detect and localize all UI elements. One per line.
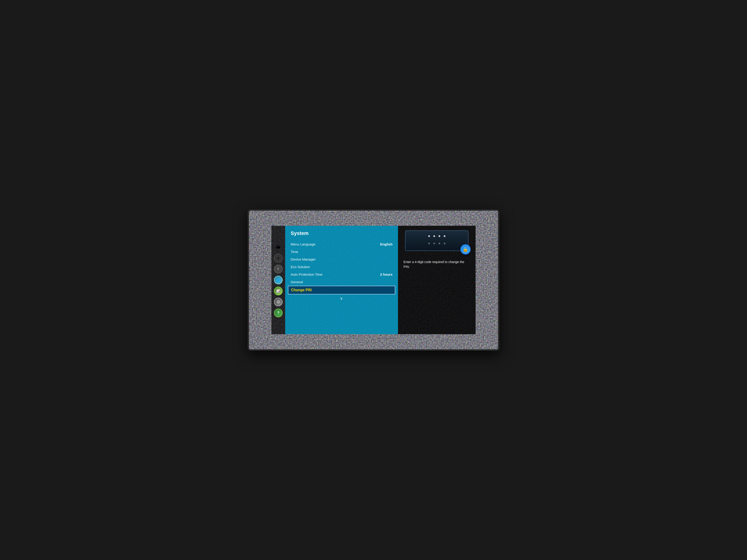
pin-dot-2: * <box>433 235 435 240</box>
menu-item-auto-protection-value: 2 hours <box>380 272 392 276</box>
lock-icon: 🔒 <box>463 247 468 252</box>
picture-icon: 🏔 <box>276 245 280 249</box>
mic-icon: 🎙 <box>277 267 280 271</box>
pin-dot-4: * <box>443 235 445 240</box>
globe-icon: 🌐 <box>276 278 281 282</box>
sidebar-icon-help[interactable]: ? <box>274 309 283 317</box>
menu-item-auto-protection[interactable]: Auto Protection Time 2 hours <box>291 271 392 278</box>
menu-item-general-label: General <box>291 280 303 284</box>
sidebar-icon-cube[interactable]: 🎲 <box>274 287 283 295</box>
brand-logo: SAMSUNG <box>366 346 381 349</box>
menu-item-change-pin-label: Change PIN <box>291 288 312 292</box>
gear-icon: ⚙ <box>277 299 280 304</box>
menu-item-device-manager[interactable]: Device Manager <box>291 256 392 263</box>
menu-item-device-manager-label: Device Manager <box>291 257 316 261</box>
menu-item-time-label: Time <box>291 250 298 254</box>
pin-dot-5: * <box>428 242 430 247</box>
pin-display-box: * * * * * * * * 🔒 <box>405 230 468 251</box>
pin-row-2: * * * * <box>428 242 445 247</box>
help-icon: ? <box>277 311 279 315</box>
pin-entry-panel: * * * * * * * * 🔒 Enter a 4-d <box>398 226 475 334</box>
pin-dot-7: * <box>438 242 441 247</box>
sidebar-icon-picture[interactable]: 🏔 <box>274 243 283 251</box>
menu-item-change-pin[interactable]: Change PIN <box>288 286 395 294</box>
menu-item-language[interactable]: Menu Language English <box>291 240 392 248</box>
camera-icon: ● <box>277 256 279 260</box>
pin-dot-8: * <box>443 242 445 247</box>
sidebar: 🏔 ● 🎙 🌐 🎲 ⚙ ? <box>272 226 285 334</box>
sidebar-icon-camera[interactable]: ● <box>274 254 283 262</box>
pin-row-1: * * * * <box>428 235 445 240</box>
scroll-down-indicator: ∨ <box>291 296 392 300</box>
ui-layer: 🏔 ● 🎙 🌐 🎲 ⚙ ? <box>272 226 475 334</box>
lock-icon-badge: 🔒 <box>460 244 471 255</box>
menu-item-general[interactable]: General <box>291 278 392 286</box>
pin-instruction-text: Enter a 4-digit code required to change … <box>402 260 472 269</box>
menu-item-eco-solution[interactable]: Eco Solution <box>291 263 392 271</box>
menu-item-eco-solution-label: Eco Solution <box>291 265 310 269</box>
cube-icon: 🎲 <box>276 289 281 293</box>
menu-item-language-label: Menu Language <box>291 242 315 246</box>
menu-item-auto-protection-label: Auto Protection Time <box>291 272 323 276</box>
pin-dot-6: * <box>433 242 435 247</box>
tv-frame: 🏔 ● 🎙 🌐 🎲 ⚙ ? <box>248 209 499 351</box>
sidebar-icon-gear[interactable]: ⚙ <box>274 298 283 306</box>
pin-dot-1: * <box>428 235 430 240</box>
menu-item-time[interactable]: Time <box>291 248 392 256</box>
menu-item-language-value: English <box>380 242 392 246</box>
sidebar-icon-globe[interactable]: 🌐 <box>274 276 283 284</box>
system-menu: System Menu Language English Time Device… <box>285 226 398 334</box>
menu-title: System <box>291 230 392 236</box>
tv-screen: 🏔 ● 🎙 🌐 🎲 ⚙ ? <box>249 211 498 350</box>
pin-dot-3: * <box>438 235 441 240</box>
sidebar-icon-mic[interactable]: 🎙 <box>274 265 283 273</box>
